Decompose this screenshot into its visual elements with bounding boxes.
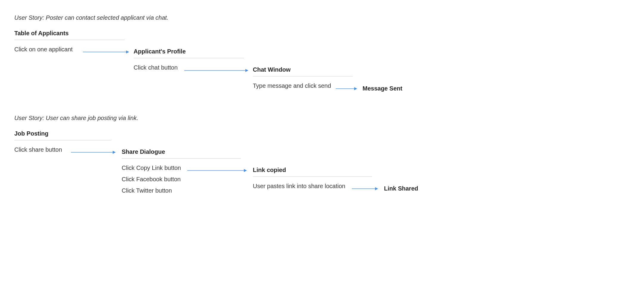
flow-result: Link Shared bbox=[384, 185, 418, 192]
arrow-right-icon bbox=[352, 187, 378, 188]
step-action: Click Twitter button bbox=[122, 185, 241, 196]
arrow-right-icon bbox=[336, 87, 357, 87]
svg-marker-9 bbox=[244, 169, 247, 172]
arrow-right-icon bbox=[71, 150, 116, 151]
user-story-title: User Story: Poster can contact selected … bbox=[14, 14, 168, 21]
step-title: Chat Window bbox=[253, 66, 353, 76]
step-action: Click Facebook button bbox=[122, 173, 241, 185]
arrow-right-icon bbox=[184, 69, 248, 69]
svg-marker-7 bbox=[113, 151, 116, 154]
diagram-container: User Story: Poster can contact selected … bbox=[14, 14, 426, 217]
svg-marker-5 bbox=[354, 87, 357, 90]
svg-marker-11 bbox=[375, 187, 378, 190]
svg-marker-1 bbox=[126, 50, 129, 53]
arrow-right-icon bbox=[83, 50, 129, 51]
flow-result: Message Sent bbox=[363, 85, 402, 92]
step-title: Applicant's Profile bbox=[134, 48, 244, 58]
flow-step: Share Dialogue Click Copy Link button Cl… bbox=[122, 148, 241, 196]
step-title: Share Dialogue bbox=[122, 148, 241, 159]
arrow-right-icon bbox=[187, 169, 247, 169]
svg-marker-3 bbox=[245, 69, 248, 72]
step-title: Job Posting bbox=[14, 130, 111, 140]
step-title: Table of Applicants bbox=[14, 30, 125, 40]
step-title: Link copied bbox=[253, 167, 372, 177]
user-story-title: User Story: User can share job posting v… bbox=[14, 115, 138, 122]
